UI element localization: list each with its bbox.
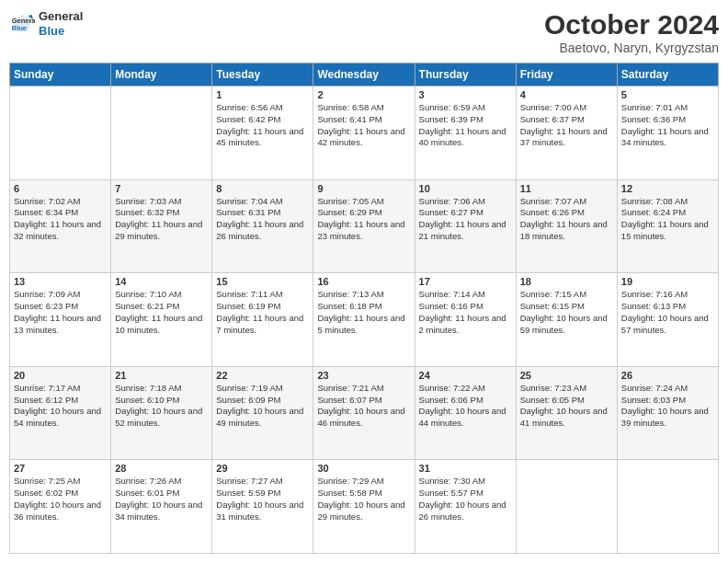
sunset-text: Sunset: 6:19 PM (216, 301, 280, 311)
sunset-text: Sunset: 6:10 PM (115, 395, 179, 405)
sunset-text: Sunset: 6:29 PM (317, 207, 381, 217)
calendar-cell: 3Sunrise: 6:59 AMSunset: 6:39 PMDaylight… (415, 86, 516, 180)
sunrise-text: Sunrise: 7:22 AM (419, 383, 485, 393)
daylight-text: Daylight: 11 hours and 45 minutes. (216, 126, 303, 148)
cell-content: Sunrise: 7:13 AMSunset: 6:18 PMDaylight:… (317, 289, 410, 336)
cell-content: Sunrise: 7:11 AMSunset: 6:19 PMDaylight:… (216, 289, 309, 336)
sunset-text: Sunset: 6:42 PM (216, 114, 280, 124)
daylight-text: Daylight: 10 hours and 57 minutes. (621, 313, 709, 335)
calendar-cell: 7Sunrise: 7:03 AMSunset: 6:32 PMDaylight… (111, 179, 212, 273)
day-number: 5 (621, 89, 714, 100)
calendar-cell: 17Sunrise: 7:14 AMSunset: 6:16 PMDayligh… (415, 273, 516, 367)
sunset-text: Sunset: 6:07 PM (317, 395, 381, 405)
sunrise-text: Sunrise: 7:24 AM (621, 383, 688, 393)
day-number: 9 (317, 183, 410, 194)
cell-content: Sunrise: 7:18 AMSunset: 6:10 PMDaylight:… (115, 383, 208, 430)
day-number: 30 (317, 463, 410, 474)
cell-content: Sunrise: 7:06 AMSunset: 6:27 PMDaylight:… (419, 196, 512, 243)
sunset-text: Sunset: 6:27 PM (419, 207, 483, 217)
sunset-text: Sunset: 6:39 PM (419, 114, 483, 124)
sunrise-text: Sunrise: 7:08 AM (621, 196, 688, 206)
day-number: 24 (419, 370, 512, 381)
week-row-5: 27Sunrise: 7:25 AMSunset: 6:02 PMDayligh… (10, 460, 719, 554)
cell-content: Sunrise: 7:15 AMSunset: 6:15 PMDaylight:… (520, 289, 613, 336)
sunrise-text: Sunrise: 6:59 AM (419, 102, 485, 112)
calendar-cell: 29Sunrise: 7:27 AMSunset: 5:59 PMDayligh… (212, 460, 313, 554)
sunrise-text: Sunrise: 7:15 AM (520, 289, 586, 299)
sunset-text: Sunset: 6:32 PM (115, 207, 179, 217)
calendar-cell: 12Sunrise: 7:08 AMSunset: 6:24 PMDayligh… (617, 179, 718, 273)
calendar-cell: 6Sunrise: 7:02 AMSunset: 6:34 PMDaylight… (10, 179, 111, 273)
calendar-cell: 15Sunrise: 7:11 AMSunset: 6:19 PMDayligh… (212, 273, 313, 367)
daylight-text: Daylight: 10 hours and 29 minutes. (317, 500, 404, 522)
day-number: 25 (520, 370, 613, 381)
day-number: 18 (520, 276, 613, 287)
week-row-3: 13Sunrise: 7:09 AMSunset: 6:23 PMDayligh… (10, 273, 719, 367)
sunset-text: Sunset: 5:58 PM (317, 488, 381, 498)
calendar-cell: 1Sunrise: 6:56 AMSunset: 6:42 PMDaylight… (212, 86, 313, 180)
cell-content: Sunrise: 7:01 AMSunset: 6:36 PMDaylight:… (621, 102, 714, 149)
day-number: 15 (216, 276, 309, 287)
daylight-text: Daylight: 11 hours and 2 minutes. (419, 313, 506, 335)
cell-content: Sunrise: 7:27 AMSunset: 5:59 PMDaylight:… (216, 476, 309, 523)
day-number: 8 (216, 183, 309, 194)
day-number: 13 (14, 276, 107, 287)
sunrise-text: Sunrise: 7:09 AM (14, 289, 80, 299)
sunset-text: Sunset: 6:09 PM (216, 395, 280, 405)
daylight-text: Daylight: 11 hours and 29 minutes. (115, 219, 202, 241)
day-number: 27 (14, 463, 107, 474)
cell-content: Sunrise: 7:05 AMSunset: 6:29 PMDaylight:… (317, 196, 410, 243)
sunset-text: Sunset: 5:59 PM (216, 488, 280, 498)
calendar-cell: 14Sunrise: 7:10 AMSunset: 6:21 PMDayligh… (111, 273, 212, 367)
week-row-1: 1Sunrise: 6:56 AMSunset: 6:42 PMDaylight… (10, 86, 719, 180)
cell-content: Sunrise: 7:29 AMSunset: 5:58 PMDaylight:… (317, 476, 410, 523)
sunrise-text: Sunrise: 6:56 AM (216, 102, 282, 112)
daylight-text: Daylight: 11 hours and 32 minutes. (14, 219, 101, 241)
calendar-cell: 21Sunrise: 7:18 AMSunset: 6:10 PMDayligh… (111, 366, 212, 460)
cell-content: Sunrise: 7:14 AMSunset: 6:16 PMDaylight:… (419, 289, 512, 336)
day-number: 28 (115, 463, 208, 474)
sunrise-text: Sunrise: 7:21 AM (317, 383, 383, 393)
cell-content: Sunrise: 7:24 AMSunset: 6:03 PMDaylight:… (621, 383, 714, 430)
cell-content: Sunrise: 7:17 AMSunset: 6:12 PMDaylight:… (14, 383, 107, 430)
cell-content: Sunrise: 7:25 AMSunset: 6:02 PMDaylight:… (14, 476, 107, 523)
main-title: October 2024 (544, 9, 719, 40)
daylight-text: Daylight: 11 hours and 15 minutes. (621, 219, 709, 241)
sunrise-text: Sunrise: 7:16 AM (621, 289, 688, 299)
cell-content: Sunrise: 6:58 AMSunset: 6:41 PMDaylight:… (317, 102, 410, 149)
daylight-text: Daylight: 10 hours and 46 minutes. (317, 406, 404, 428)
calendar-cell (111, 86, 212, 180)
daylight-text: Daylight: 11 hours and 10 minutes. (115, 313, 202, 335)
column-header-tuesday: Tuesday (212, 63, 313, 86)
sunrise-text: Sunrise: 7:27 AM (216, 476, 282, 486)
sunrise-text: Sunrise: 7:13 AM (317, 289, 383, 299)
sunset-text: Sunset: 6:03 PM (621, 395, 686, 405)
calendar-cell: 23Sunrise: 7:21 AMSunset: 6:07 PMDayligh… (313, 366, 415, 460)
daylight-text: Daylight: 10 hours and 39 minutes. (621, 406, 709, 428)
day-number: 17 (419, 276, 512, 287)
day-number: 3 (419, 89, 512, 100)
calendar-cell: 30Sunrise: 7:29 AMSunset: 5:58 PMDayligh… (313, 460, 415, 554)
sunrise-text: Sunrise: 7:05 AM (317, 196, 383, 206)
column-header-sunday: Sunday (10, 63, 111, 86)
daylight-text: Daylight: 10 hours and 54 minutes. (14, 406, 101, 428)
calendar-cell (617, 460, 718, 554)
sunset-text: Sunset: 6:36 PM (621, 114, 686, 124)
sunrise-text: Sunrise: 7:26 AM (115, 476, 181, 486)
daylight-text: Daylight: 11 hours and 37 minutes. (520, 126, 608, 148)
daylight-text: Daylight: 11 hours and 5 minutes. (317, 313, 404, 335)
sunset-text: Sunset: 6:23 PM (14, 301, 78, 311)
sunset-text: Sunset: 6:02 PM (14, 488, 78, 498)
column-header-thursday: Thursday (415, 63, 516, 86)
cell-content: Sunrise: 7:00 AMSunset: 6:37 PMDaylight:… (520, 102, 613, 149)
sunset-text: Sunset: 6:06 PM (419, 395, 483, 405)
sunset-text: Sunset: 6:34 PM (14, 207, 78, 217)
sunrise-text: Sunrise: 7:04 AM (216, 196, 282, 206)
sunset-text: Sunset: 6:18 PM (317, 301, 381, 311)
day-number: 23 (317, 370, 410, 381)
calendar-cell: 9Sunrise: 7:05 AMSunset: 6:29 PMDaylight… (313, 179, 415, 273)
title-block: October 2024 Baetovo, Naryn, Kyrgyzstan (544, 9, 719, 55)
cell-content: Sunrise: 7:30 AMSunset: 5:57 PMDaylight:… (419, 476, 512, 523)
cell-content: Sunrise: 7:09 AMSunset: 6:23 PMDaylight:… (14, 289, 107, 336)
sunset-text: Sunset: 6:21 PM (115, 301, 179, 311)
